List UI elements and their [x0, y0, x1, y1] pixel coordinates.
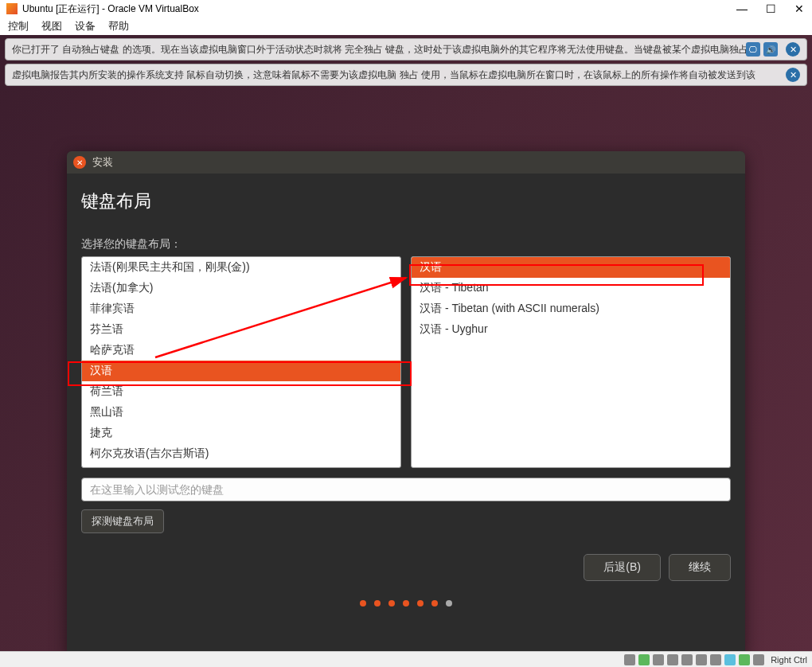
speaker-icon[interactable]: 🔊: [763, 42, 778, 57]
optical-icon[interactable]: [638, 654, 650, 665]
list-item[interactable]: 哈萨克语: [82, 340, 400, 361]
window-minimize-button[interactable]: —: [736, 2, 748, 15]
menu-view[interactable]: 视图: [41, 19, 62, 33]
list-item[interactable]: 法语(加拿大): [82, 278, 400, 298]
info-bar-close-icon[interactable]: ✕: [786, 42, 800, 57]
window-title: Ubuntu [正在运行] - Oracle VM VirtualBox: [22, 2, 736, 16]
page-heading: 键盘布局: [81, 189, 731, 213]
window-close-button[interactable]: ✕: [793, 2, 806, 15]
installer-title: 安装: [92, 155, 113, 170]
virtualbox-statusbar: Right Ctrl: [0, 651, 812, 667]
info-bar-close-icon[interactable]: ✕: [786, 68, 800, 82]
progress-dot: [417, 600, 424, 607]
list-item[interactable]: 汉语 - Tibetan (with ASCII numerals): [412, 298, 730, 319]
list-item[interactable]: 黑山语: [82, 402, 400, 423]
usb-icon[interactable]: [653, 654, 664, 665]
info-bar-text: 你已打开了 自动独占键盘 的选项。现在当该虚拟电脑窗口外于活动状态时就将 完全独…: [12, 43, 746, 57]
virtualbox-menu: 控制 视图 设备 帮助: [0, 18, 812, 35]
continue-button[interactable]: 继续: [669, 554, 731, 581]
list-item[interactable]: 捷克: [82, 423, 400, 443]
list-item[interactable]: 汉语 - Tibetan: [412, 278, 730, 298]
back-button[interactable]: 后退(B): [584, 554, 661, 581]
progress-dot: [431, 600, 438, 607]
list-item[interactable]: 菲律宾语: [82, 298, 400, 319]
progress-dots: [81, 600, 731, 607]
keyboard-integration-icon[interactable]: [753, 654, 764, 665]
keyboard-layout-list-left[interactable]: 法语(刚果民主共和国，刚果(金))法语(加拿大)菲律宾语芬兰语哈萨克语汉语荷兰语…: [81, 256, 401, 468]
list-item[interactable]: 法语(刚果民主共和国，刚果(金)): [82, 257, 400, 278]
keyboard-layout-label: 选择您的键盘布局：: [81, 237, 731, 252]
menu-devices[interactable]: 设备: [75, 19, 96, 33]
progress-dot: [403, 600, 409, 607]
installer-close-icon[interactable]: ✕: [73, 156, 86, 169]
monitor-icon[interactable]: 🖵: [746, 42, 760, 57]
installer-window: ✕ 安装 键盘布局 选择您的键盘布局： 法语(刚果民主共和国，刚果(金))法语(…: [67, 151, 745, 651]
installer-titlebar: ✕ 安装: [67, 151, 745, 174]
keyboard-layout-list-right[interactable]: 汉语汉语 - Tibetan汉语 - Tibetan (with ASCII n…: [411, 256, 731, 468]
host-key-label: Right Ctrl: [771, 655, 807, 665]
keyboard-test-input[interactable]: [81, 478, 731, 501]
progress-dot: [360, 600, 366, 607]
hdd-icon[interactable]: [624, 654, 635, 665]
info-bar-mouse: 虚拟电脑报告其内所安装的操作系统支持 鼠标自动切换，这意味着鼠标不需要为该虚拟电…: [5, 64, 807, 86]
list-item[interactable]: 荷兰语: [82, 381, 400, 402]
shared-folder-icon[interactable]: [667, 654, 678, 665]
info-bar-text: 虚拟电脑报告其内所安装的操作系统支持 鼠标自动切换，这意味着鼠标不需要为该虚拟电…: [12, 68, 781, 82]
progress-dot: [374, 600, 381, 607]
menu-help[interactable]: 帮助: [108, 19, 129, 33]
list-item[interactable]: 汉语: [82, 361, 400, 381]
list-item[interactable]: 柯尔克孜语(吉尔吉斯语): [82, 443, 400, 464]
window-maximize-button[interactable]: ☐: [764, 2, 777, 15]
list-item[interactable]: 汉语 - Uyghur: [412, 319, 730, 340]
vm-display-area: 你已打开了 自动独占键盘 的选项。现在当该虚拟电脑窗口外于活动状态时就将 完全独…: [0, 35, 812, 651]
cpu-icon[interactable]: [710, 654, 721, 665]
display-icon[interactable]: [681, 654, 693, 665]
progress-dot: [446, 600, 452, 607]
net-icon[interactable]: [724, 654, 736, 665]
list-item[interactable]: 克罗地亚: [82, 464, 400, 467]
progress-dot: [388, 600, 395, 607]
list-item[interactable]: 芬兰语: [82, 319, 400, 340]
virtualbox-icon: [6, 3, 18, 14]
detect-keyboard-button[interactable]: 探测键盘布局: [81, 509, 164, 533]
recording-icon[interactable]: [696, 654, 707, 665]
menu-control[interactable]: 控制: [8, 19, 29, 33]
virtualbox-titlebar: Ubuntu [正在运行] - Oracle VM VirtualBox — ☐…: [0, 0, 812, 18]
mouse-integration-icon[interactable]: [739, 654, 750, 665]
info-bar-keyboard: 你已打开了 自动独占键盘 的选项。现在当该虚拟电脑窗口外于活动状态时就将 完全独…: [5, 38, 807, 60]
list-item[interactable]: 汉语: [412, 257, 730, 278]
